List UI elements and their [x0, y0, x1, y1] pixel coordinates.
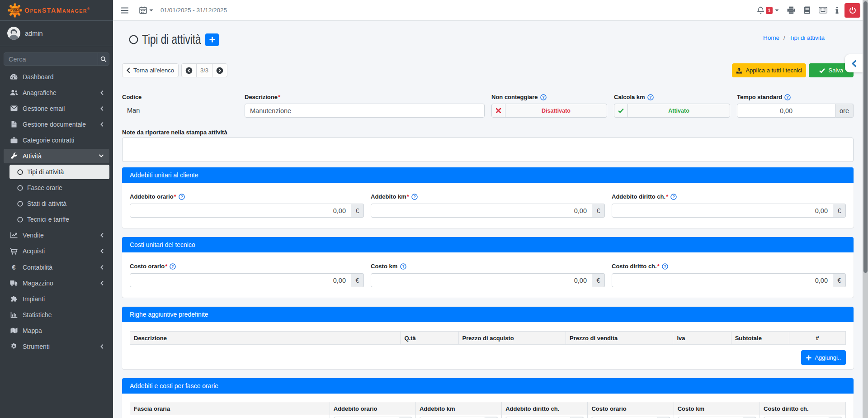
calcola-km-toggle[interactable]: Attivato	[614, 104, 730, 118]
non-conteggiare-toggle[interactable]: Disattivato	[491, 104, 607, 118]
info-button[interactable]	[831, 3, 843, 18]
tachometer-icon	[9, 73, 19, 80]
chevron-left-icon	[100, 248, 104, 254]
add-riga-button[interactable]: Aggiungi..	[801, 350, 846, 365]
sidebar-item-impianti[interactable]: Impianti	[4, 292, 109, 306]
fascia-name-cell	[130, 415, 330, 418]
svg-text:?: ?	[180, 195, 183, 199]
docs-button[interactable]	[799, 3, 815, 18]
sidebar-item-attivita[interactable]: Attività	[4, 149, 109, 163]
date-range[interactable]: 01/01/2025 - 31/12/2025	[160, 7, 227, 14]
addebito-orario-input[interactable]	[130, 204, 351, 218]
costo-km-input[interactable]	[371, 273, 592, 287]
brand[interactable]: OSM OPENSTAMANAGER®	[0, 0, 113, 21]
descrizione-input[interactable]	[245, 104, 485, 118]
sidebar-item-contabilita[interactable]: € Contabilità	[4, 260, 109, 274]
gear-icon	[9, 343, 19, 350]
vertical-scrollbar[interactable]	[863, 0, 868, 418]
sidebar-item-statistiche[interactable]: Statistiche	[4, 308, 109, 322]
euro-addon: €	[351, 273, 364, 287]
wrench-icon	[9, 152, 19, 160]
users-icon	[9, 89, 19, 96]
sidebar-subitem-stati-di-attivita[interactable]: Stati di attività	[9, 197, 109, 211]
costo-km-label: Costo km ?	[371, 263, 605, 270]
question-circle-icon[interactable]: ?	[784, 94, 791, 100]
sidebar-item-magazzino[interactable]: Magazzino	[4, 276, 109, 290]
sidebar-item-anagrafiche[interactable]: Anagrafiche	[4, 86, 109, 100]
sidebar-subitem-tecnici-e-tariffe[interactable]: Tecnici e tariffe	[9, 213, 109, 227]
sidebar-item-label: Anagrafiche	[23, 89, 57, 96]
sidebar-subitem-fasce-orarie[interactable]: Fasce orarie	[9, 181, 109, 195]
print-button[interactable]	[783, 3, 799, 18]
avatar[interactable]	[7, 27, 20, 40]
note-textarea[interactable]	[122, 138, 854, 162]
question-circle-icon[interactable]: ?	[400, 263, 406, 270]
sidebar-item-strumenti[interactable]: Strumenti	[4, 339, 109, 353]
power-icon	[849, 7, 856, 14]
prev-record-button[interactable]	[181, 63, 197, 77]
circle-icon	[17, 185, 24, 191]
pager-position: 3/3	[196, 63, 212, 77]
sidebar-item-dashboard[interactable]: Dashboard	[4, 70, 109, 84]
search-button[interactable]	[98, 53, 109, 65]
breadcrumb: Home / Tipi di attività	[763, 34, 825, 41]
back-to-list-button[interactable]: Torna all'elenco	[122, 63, 179, 77]
sidebar-item-acquisti[interactable]: Acquisti	[4, 244, 109, 258]
costo-diritto-input[interactable]	[612, 273, 833, 287]
next-record-button[interactable]	[212, 63, 227, 77]
field-addebito-diritto: Addebito diritto ch.* ? €	[612, 193, 846, 218]
question-circle-icon[interactable]: ?	[647, 94, 654, 100]
sidebar-item-gestione-documentale[interactable]: Gestione documentale	[4, 117, 109, 131]
sidebar-search	[4, 52, 109, 66]
addebito-km-input[interactable]	[371, 204, 592, 218]
non-conteggiare-state: Disattivato	[505, 104, 607, 117]
sidebar-item-gestione-email[interactable]: Gestione email	[4, 101, 109, 115]
question-circle-icon[interactable]: ?	[170, 263, 176, 270]
right-panel-toggle[interactable]	[845, 54, 863, 72]
calendar-menu[interactable]	[136, 3, 157, 18]
calendar-icon	[139, 6, 147, 14]
chevron-left-icon	[100, 280, 104, 286]
chart-bar-icon	[9, 312, 19, 318]
caret-down-icon	[149, 9, 153, 12]
sidebar-toggle-button[interactable]	[118, 4, 132, 17]
scrollbar-thumb[interactable]	[863, 1, 868, 273]
search-input[interactable]	[4, 53, 98, 65]
costo-orario-input[interactable]	[130, 273, 351, 287]
svg-text:OSM: OSM	[11, 8, 19, 12]
sidebar-subitem-tipi-di-attivita[interactable]: Tipi di attività	[9, 165, 109, 179]
sidebar-item-categorie-contratti[interactable]: Categorie contratti	[4, 133, 109, 147]
sidebar-item-vendite[interactable]: Vendite	[4, 228, 109, 242]
notifications-menu[interactable]: 1	[757, 3, 783, 18]
chevron-left-icon	[100, 233, 104, 238]
arrow-circle-left-icon	[185, 67, 193, 74]
question-circle-icon[interactable]: ?	[179, 194, 185, 200]
question-circle-icon[interactable]: ?	[670, 194, 677, 200]
apply-to-all-technicians-button[interactable]: Applica a tutti i tecnici	[732, 63, 806, 77]
chevron-left-icon	[100, 90, 104, 95]
logout-button[interactable]	[844, 3, 860, 18]
non-conteggiare-label: Non conteggiare ?	[491, 94, 607, 101]
sidebar-item-mappa[interactable]: Mappa	[4, 323, 109, 337]
question-circle-icon[interactable]: ?	[411, 194, 418, 200]
addebito-diritto-input[interactable]	[612, 204, 833, 218]
circle-icon	[17, 201, 24, 207]
tempo-standard-input[interactable]	[737, 104, 835, 118]
righe-col-iva: Iva	[673, 332, 731, 345]
user-name[interactable]: admin	[25, 30, 43, 37]
add-record-button[interactable]	[205, 33, 219, 46]
bell-icon	[757, 6, 764, 14]
question-circle-icon[interactable]: ?	[662, 263, 668, 270]
hamburger-icon	[121, 7, 128, 14]
question-circle-icon[interactable]: ?	[540, 94, 547, 100]
sidebar-subitem-label: Tecnici e tariffe	[27, 216, 69, 223]
fasce-col-addebito-diritto: Addebito diritto ch.	[502, 402, 588, 415]
shortcuts-button[interactable]	[815, 3, 831, 17]
breadcrumb-home-link[interactable]: Home	[763, 34, 779, 41]
righe-col-qta: Q.tà	[401, 332, 458, 345]
panel-fasce-header: Addebiti e costi per fasce orarie	[122, 378, 854, 394]
righe-col-descrizione: Descrizione	[130, 332, 401, 345]
sidebar-item-label: Contabilità	[23, 264, 52, 271]
file-icon	[9, 121, 19, 128]
breadcrumb-current-link[interactable]: Tipi di attività	[789, 34, 825, 41]
